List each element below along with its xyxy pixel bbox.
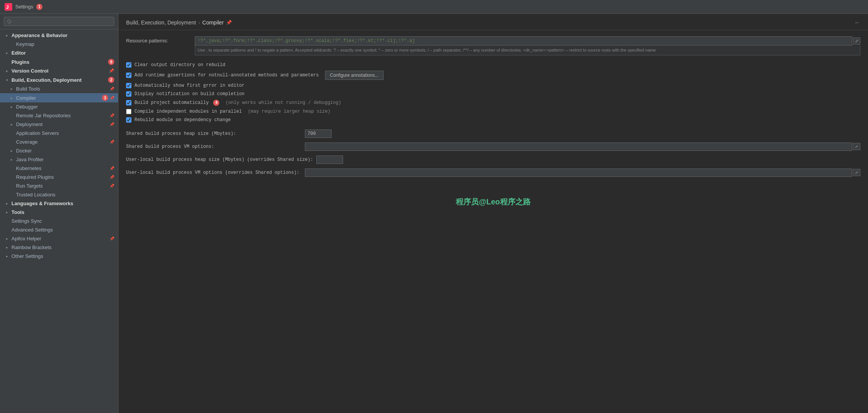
build-auto-label: Build project automatically [134,100,209,105]
pin-icon: 📌 [226,20,232,25]
user-vm-label: User-local build process VM options (ove… [126,170,302,175]
sidebar-item-label: Keymap [16,41,114,47]
sidebar: Appearance & Behavior Keymap Editor Plug… [0,14,118,413]
sidebar-item-coverage[interactable]: Coverage 📌 [0,138,118,146]
content-header: Build, Execution, Deployment › Compiler … [118,14,868,30]
add-runtime-label: Add runtime assertions for notnull-annot… [134,73,319,78]
sidebar-item-appearance[interactable]: Appearance & Behavior [0,31,118,40]
user-heap-row: User-local build process heap size (Mbyt… [126,155,860,164]
search-input[interactable] [4,17,114,26]
compile-parallel-checkbox[interactable] [126,109,131,114]
clear-output-row: Clear output directory on rebuild [126,62,860,68]
sidebar-item-build-tools[interactable]: Build Tools 📌 [0,84,118,93]
display-notification-row: Display notification on build completion [126,91,860,97]
auto-show-error-checkbox[interactable] [126,83,131,88]
sidebar-item-label: Compiler [16,95,100,101]
add-runtime-row: Add runtime assertions for notnull-annot… [126,71,860,80]
sidebar-item-required-plugins[interactable]: Required Plugins 📌 [0,173,118,181]
shared-heap-row: Shared build process heap size (Mbytes): [126,130,860,138]
user-vm-input[interactable] [305,168,852,177]
sidebar-item-label: Other Settings [11,253,114,259]
sidebar-item-label: Languages & Frameworks [11,201,114,206]
sidebar-item-label: Settings Sync [11,218,114,224]
sidebar-item-label: Kubernetes [16,165,108,171]
sidebar-item-plugins[interactable]: Plugins 9 [0,57,118,66]
sidebar-item-remote-jar[interactable]: Remote Jar Repositories 📌 [0,111,118,120]
arrow-icon [11,96,15,100]
sidebar-item-apifox[interactable]: Apifox Helper 📌 [0,234,118,243]
arrow-icon [11,105,15,109]
user-heap-input[interactable] [316,155,343,164]
add-runtime-checkbox[interactable] [126,73,131,78]
arrow-icon [11,122,15,126]
back-button[interactable]: ← [854,19,860,26]
resource-patterns-label: Resource patterns: [126,36,195,44]
pin-icon: 📌 [109,68,114,73]
shared-vm-expand-button[interactable]: ⤢ [853,143,860,150]
arrow-icon [6,78,10,82]
sidebar-item-languages[interactable]: Languages & Frameworks [0,199,118,208]
sidebar-item-label: Coverage [16,139,108,145]
arrow-icon [6,245,10,249]
sidebar-item-deployment[interactable]: Deployment 📌 [0,120,118,129]
svg-text:J: J [6,5,9,10]
clear-output-label: Clear output directory on rebuild [134,62,225,68]
sidebar-item-keymap[interactable]: Keymap [0,40,118,49]
sidebar-item-build-exec[interactable]: Build, Execution, Deployment 2 [0,75,118,84]
pin-icon: 📌 [110,236,114,241]
user-vm-row: User-local build process VM options (ove… [126,168,860,177]
app-logo: J [5,3,12,11]
resource-patterns-input[interactable] [195,36,852,45]
shared-vm-input[interactable] [305,143,852,151]
arrow-icon [6,201,10,206]
pin-icon: 📌 [110,122,114,126]
rebuild-module-checkbox[interactable] [126,117,131,123]
compiler-badge: 3 [102,95,108,101]
build-auto-checkbox[interactable] [126,100,131,105]
sidebar-item-label: Version Control [11,68,107,74]
arrow-icon [6,51,10,55]
arrow-icon [11,87,15,91]
shared-heap-input[interactable] [305,130,332,138]
sidebar-item-label: Java Profiler [16,157,114,162]
user-vm-expand-button[interactable]: ⤢ [853,169,860,176]
sidebar-item-label: Trusted Locations [16,192,114,198]
sidebar-item-label: Advanced Settings [11,227,114,233]
arrow-icon [6,254,10,258]
sidebar-item-editor[interactable]: Editor [0,49,118,57]
sidebar-item-version-control[interactable]: Version Control 📌 [0,66,118,75]
sidebar-item-label: Plugins [11,59,107,65]
sidebar-item-debugger[interactable]: Debugger [0,102,118,111]
sidebar-item-settings-sync[interactable]: Settings Sync [0,217,118,225]
sidebar-item-label: Build Tools [16,86,108,92]
sidebar-item-compiler[interactable]: Compiler 3 📌 [0,93,118,102]
sidebar-item-rainbow-brackets[interactable]: Rainbow Brackets [0,243,118,252]
sidebar-item-run-targets[interactable]: Run Targets 📌 [0,181,118,190]
sidebar-item-app-servers[interactable]: Application Servers [0,129,118,138]
sidebar-item-trusted-locations[interactable]: Trusted Locations [0,190,118,199]
shared-vm-input-wrap: ⤢ [305,143,860,151]
expand-button[interactable]: ⤢ [853,37,860,45]
build-auto-hint: (only works while not running / debuggin… [225,100,341,105]
sidebar-item-other-settings[interactable]: Other Settings [0,252,118,261]
pin-icon: 📌 [110,96,114,100]
clear-output-checkbox[interactable] [126,62,131,68]
configure-annotations-button[interactable]: Configure annotations... [325,71,384,80]
sidebar-item-label: Debugger [16,104,114,110]
sidebar-item-label: Tools [11,209,114,215]
sidebar-item-kubernetes[interactable]: Kubernetes 📌 [0,164,118,173]
sidebar-item-advanced-settings[interactable]: Advanced Settings [0,225,118,234]
pin-icon: 📌 [110,87,114,91]
arrow-icon [11,149,15,153]
sidebar-item-tools[interactable]: Tools [0,208,118,217]
content-panel: Build, Execution, Deployment › Compiler … [118,14,868,413]
sidebar-item-java-profiler[interactable]: Java Profiler [0,155,118,164]
arrow-icon [6,210,10,214]
sidebar-item-label: Application Servers [16,130,114,136]
build-auto-row: Build project automatically 4 (only work… [126,100,860,106]
pin-icon: 📌 [110,140,114,144]
sidebar-item-label: Apifox Helper [11,236,108,241]
sidebar-item-docker[interactable]: Docker [0,146,118,155]
display-notification-checkbox[interactable] [126,91,131,97]
auto-show-error-label: Automatically show first error in editor [134,83,245,88]
